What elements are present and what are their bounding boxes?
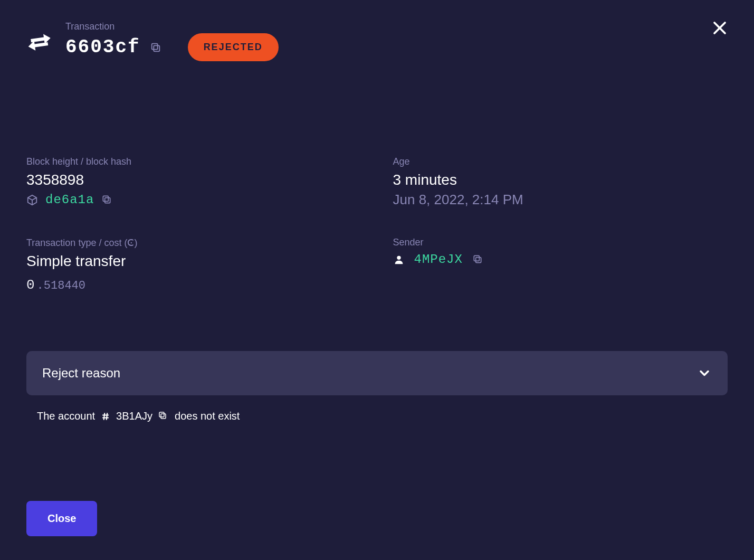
age-timestamp: Jun 8, 2022, 2:14 PM: [393, 192, 728, 208]
header-subtitle: Transaction: [65, 21, 279, 32]
reject-account[interactable]: 3B1AJy: [116, 410, 152, 422]
sender-address[interactable]: 4MPeJX: [414, 252, 463, 267]
cost-decimal: .518440: [37, 279, 85, 292]
copy-icon[interactable]: [101, 194, 113, 206]
reject-reason-panel: Reject reason The account 3B1AJy: [26, 351, 728, 428]
age-label: Age: [393, 156, 728, 167]
status-badge: REJECTED: [188, 33, 279, 61]
close-icon[interactable]: [712, 20, 728, 36]
detail-age: Age 3 minutes Jun 8, 2022, 2:14 PM: [393, 156, 728, 208]
svg-rect-3: [151, 43, 157, 49]
reject-msg-suffix: does not exist: [175, 410, 240, 422]
accordion-header[interactable]: Reject reason: [26, 351, 728, 395]
transaction-modal: Transaction 6603cf REJECTED Block height…: [0, 0, 754, 560]
transfer-icon: [26, 28, 53, 54]
reject-msg-prefix: The account: [37, 410, 95, 422]
accordion-title: Reject reason: [42, 366, 120, 381]
cost-value: 0 .518440: [26, 277, 361, 293]
svg-rect-8: [474, 255, 479, 261]
svg-line-11: [104, 413, 105, 420]
svg-rect-13: [161, 414, 166, 419]
modal-header: Transaction 6603cf REJECTED: [26, 21, 728, 61]
svg-point-6: [397, 255, 400, 259]
svg-rect-14: [159, 412, 164, 417]
accordion-body: The account 3B1AJy does not exist: [26, 395, 728, 428]
sender-row: 4MPeJX: [393, 252, 728, 267]
detail-sender: Sender 4MPeJX: [393, 237, 728, 293]
block-height: 3358898: [26, 172, 361, 188]
copy-icon[interactable]: [158, 411, 169, 422]
title-row: 6603cf REJECTED: [65, 33, 279, 61]
sender-label: Sender: [393, 237, 728, 248]
details-grid: Block height / block hash 3358898 de6a1a: [26, 156, 728, 293]
detail-type: Transaction type / cost (Ͼ) Simple trans…: [26, 237, 361, 293]
person-icon: [393, 254, 405, 265]
modal-footer: Close: [26, 501, 728, 536]
detail-block: Block height / block hash 3358898 de6a1a: [26, 156, 361, 208]
close-button[interactable]: Close: [26, 501, 97, 536]
block-label: Block height / block hash: [26, 156, 361, 167]
transaction-hash: 6603cf: [65, 36, 140, 58]
svg-rect-2: [154, 45, 159, 51]
age-relative: 3 minutes: [393, 172, 728, 188]
block-hash-row: de6a1a: [26, 193, 361, 207]
svg-rect-7: [476, 257, 481, 262]
hash-icon: [100, 411, 111, 422]
block-hash[interactable]: de6a1a: [45, 193, 94, 207]
copy-icon[interactable]: [472, 254, 484, 265]
chevron-down-icon: [697, 366, 712, 381]
cost-integer: 0: [26, 277, 35, 293]
svg-rect-4: [105, 197, 110, 203]
type-label: Transaction type / cost (Ͼ): [26, 237, 361, 249]
copy-icon[interactable]: [150, 42, 161, 53]
svg-rect-5: [103, 196, 109, 201]
svg-line-12: [107, 413, 108, 420]
cube-icon: [26, 194, 38, 206]
type-value: Simple transfer: [26, 253, 361, 270]
title-block: Transaction 6603cf REJECTED: [65, 21, 279, 61]
